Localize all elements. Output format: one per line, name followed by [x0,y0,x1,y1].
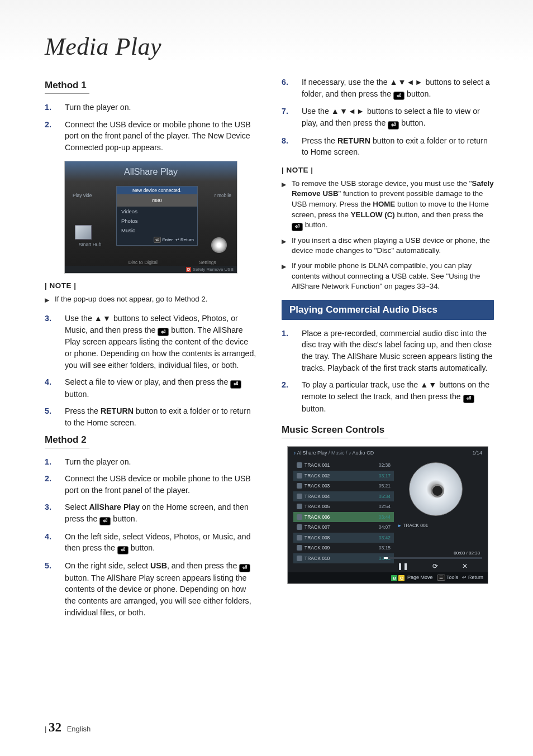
cd-icon [409,462,463,516]
step-3-body: Use the ▲▼ buttons to select Videos, Pho… [65,313,257,371]
step: 8.Press the RETURN button to exit a fold… [282,135,494,158]
track-time: 05:21 [379,483,391,489]
allshare-right-text: r mobile [215,193,231,198]
track-icon [297,504,302,509]
shuffle-icon: ✕ [462,562,468,570]
step: 4.On the left side, select Videos, Photo… [45,531,257,554]
track-time: 03:42 [379,535,391,540]
track-name: TRACK 001 [304,462,379,468]
track-time: 03:44 [379,514,391,520]
track-time: 03:17 [379,473,391,479]
track-name: TRACK 005 [304,504,379,509]
allshare-screenshot: AllShare Play Play vide Smart Hub New de… [64,161,237,274]
music-controls-rule [282,438,388,438]
method2-heading: Method 2 [45,434,257,446]
step: 1.Turn the player on. [45,102,257,113]
allshare-title: AllShare Play [65,161,237,177]
track-icon [297,545,302,551]
track-icon [297,514,302,520]
track-row: TRACK 00305:21 [293,481,394,491]
method1-steps: 1.Turn the player on. 2.Connect the USB … [45,102,257,153]
step: 7.Use the ▲▼◄► buttons to select a file … [282,106,494,129]
page-inner: Media Play Method 1 1.Turn the player on… [0,0,533,646]
track-icon [297,473,302,479]
popup-item-photos: Photos [117,216,197,226]
track-name: TRACK 007 [304,524,379,530]
track-icon [297,524,302,530]
track-row: TRACK 00903:15 [293,543,394,553]
track-icon [297,483,302,489]
track-row: TRACK 00502:54 [293,501,394,512]
step-7-body: Use the ▲▼◄► buttons to select a file to… [302,106,494,129]
step: 1.Place a pre-recorded, commercial audio… [282,328,494,374]
disc-art [399,462,472,517]
triangle-bullet-icon: ▶ [282,237,286,256]
allshare-inner: AllShare Play Play vide Smart Hub New de… [65,161,237,273]
right-column: 6.If necessary, use the the ▲▼◄► buttons… [282,76,494,624]
enter-icon: ⏎ [463,395,474,403]
track-name: TRACK 006 [304,514,379,520]
track-icon [297,535,302,540]
track-time: 04:07 [379,524,391,530]
enter-icon: ⏎ [158,328,169,336]
settings-label: Settings [199,260,216,265]
enter-key-icon: ⏎ [154,237,161,243]
note-label: | NOTE | [282,166,494,174]
right-notes: ▶To remove the USB storage device, you m… [282,179,494,292]
note-item: ▶If your mobile phone is DLNA compatible… [282,261,494,292]
step: 5.On the right side, select USB, and the… [45,560,257,618]
track-row: TRACK 01003:16 [293,553,394,564]
triangle-bullet-icon: ▶ [45,296,49,305]
method2-rule [45,448,89,448]
music-bottom-bar: BC Page Move ☰Tools ↩ Return [288,572,488,583]
note-item: ▶If the pop-up does not appear, go to Me… [45,294,257,305]
two-column-layout: Method 1 1.Turn the player on. 2.Connect… [45,76,494,624]
music-controls-heading: Music Screen Controls [282,424,494,436]
triangle-bullet-icon: ▶ [282,262,286,292]
music-screenshot: ♪ AllShare Play / Music / ♪ Audio CD 1/1… [287,446,488,584]
tools-key-icon: ☰ [437,575,445,581]
track-row: TRACK 00102:38 [293,460,394,471]
step: 2.Connect the USB device or mobile phone… [45,473,257,496]
step: 2.To play a particular track, use the ▲▼… [282,379,494,414]
breadcrumb: ♪ AllShare Play / Music / ♪ Audio CD [293,450,374,456]
section-heading-bar: Playing Commercial Audio Discs [282,300,494,320]
track-row: TRACK 00803:42 [293,533,394,543]
enter-icon: ⏎ [393,92,404,100]
track-list: TRACK 00102:38TRACK 00203:17TRACK 00305:… [293,460,394,563]
note-label: | NOTE | [45,281,257,290]
return-key-icon: ↩ [175,237,179,242]
enter-icon: ⏎ [117,546,129,554]
page-language: English [67,725,91,733]
settings-icon [211,237,227,253]
page-footer: | 32 English [45,720,91,735]
track-row: TRACK 00704:07 [293,522,394,533]
track-row: TRACK 00203:17 [293,471,394,481]
note-item: ▶To remove the USB storage device, you m… [282,179,494,231]
allshare-left-text: Play vide Smart Hub [73,193,107,247]
step-5-body: Press the RETURN button to exit a folder… [65,405,257,428]
audio-disc-steps: 1.Place a pre-recorded, commercial audio… [282,328,494,414]
step: 4.Select a file to view or play, and the… [45,376,257,400]
m2-step5-body: On the right side, select USB, and then … [65,560,257,618]
popup-item-music: Music [117,226,197,235]
track-name: TRACK 009 [304,545,379,551]
track-icon [297,494,302,499]
smart-hub-label: Smart Hub [73,242,107,247]
progress-bar [384,557,482,559]
step: 1.Turn the player on. [45,456,257,468]
b-key-chip: B [391,575,397,581]
popup-device-name: m80 [117,194,197,207]
page-title: Media Play [45,32,494,61]
c-key-chip: C [398,575,404,581]
track-icon [297,556,302,561]
allshare-bottom-bar: DSafely Remove USB [65,266,237,273]
audio-step2-body: To play a particular track, use the ▲▼ b… [302,379,494,414]
note1-body: To remove the USB storage device, you mu… [292,179,494,231]
allshare-bottom-row: . Disc to Digital Settings [65,260,237,265]
method1-notes: ▶If the pop-up does not appear, go to Me… [45,294,257,305]
now-playing: ▸TRACK 001 [398,523,473,528]
step: 3.Use the ▲▼ buttons to select Videos, P… [45,313,257,371]
track-name: TRACK 004 [304,494,379,499]
step-6-body: If necessary, use the the ▲▼◄► buttons t… [302,76,494,100]
